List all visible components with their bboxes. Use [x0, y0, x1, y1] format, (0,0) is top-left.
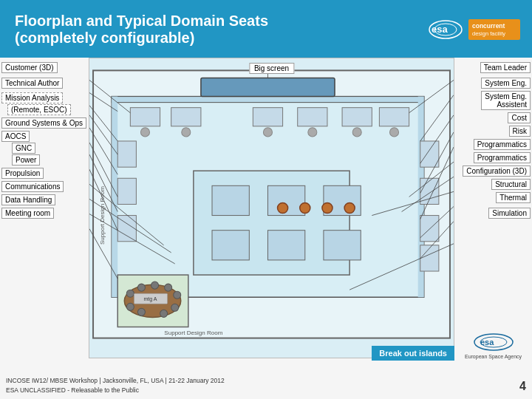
- header-logos: esa concurrent design facility: [427, 18, 520, 41]
- svg-point-43: [151, 282, 159, 289]
- svg-point-48: [137, 308, 145, 316]
- cdf-logo: concurrent design facility: [468, 19, 520, 41]
- svg-rect-26: [212, 231, 249, 260]
- svg-rect-16: [117, 178, 136, 204]
- label-system-eng: System Eng.: [481, 78, 531, 89]
- svg-point-30: [182, 128, 191, 137]
- footer-text: INCOSE IW12/ MBSE Workshop | Jacksonvill…: [6, 376, 225, 396]
- label-system-eng-assistant: System Eng. Assistent: [481, 91, 531, 110]
- svg-rect-5: [112, 97, 424, 103]
- svg-point-49: [126, 303, 134, 310]
- svg-rect-12: [298, 108, 327, 126]
- svg-point-35: [278, 202, 288, 213]
- svg-point-33: [352, 128, 361, 137]
- main-area: Customer (3D) Technical Author Mission A…: [0, 58, 532, 399]
- header: Floorplan and Typical Domain Seats (comp…: [0, 0, 532, 58]
- big-screen-label: Big screen: [249, 63, 294, 74]
- svg-rect-6: [112, 97, 117, 298]
- label-ground-systems: Ground Systems & Ops: [1, 117, 86, 129]
- label-data-handling: Data Handling: [1, 194, 55, 205]
- svg-rect-8: [201, 78, 335, 96]
- label-cost: Cost: [508, 112, 531, 123]
- svg-rect-13: [342, 108, 372, 126]
- svg-point-29: [140, 128, 149, 137]
- svg-rect-11: [253, 108, 282, 126]
- label-simulation: Simulation: [488, 208, 531, 219]
- svg-rect-23: [212, 185, 249, 215]
- label-communications: Communications: [1, 181, 64, 192]
- label-risk: Risk: [509, 126, 531, 137]
- svg-rect-9: [130, 108, 160, 126]
- svg-rect-10: [171, 108, 201, 126]
- label-meeting-room: Meeting room: [1, 208, 54, 219]
- label-thermal: Thermal: [496, 192, 531, 203]
- esa-logo: esa: [427, 18, 464, 41]
- svg-rect-21: [420, 245, 439, 271]
- svg-point-41: [126, 290, 134, 297]
- svg-rect-28: [324, 231, 361, 260]
- svg-rect-20: [420, 216, 439, 242]
- page-number: 4: [519, 380, 526, 393]
- svg-text:mtg A: mtg A: [144, 296, 157, 302]
- svg-point-46: [171, 304, 179, 311]
- svg-point-42: [137, 284, 145, 291]
- label-structural: Structural: [491, 179, 531, 190]
- label-power: Power: [12, 154, 40, 166]
- floorplan-area: Big screen: [89, 58, 454, 358]
- esa-small-logo: esa: [471, 332, 516, 351]
- header-title: Floorplan and Typical Domain Seats (comp…: [15, 13, 268, 47]
- svg-rect-27: [267, 231, 304, 260]
- label-mission-analysis: Mission Analysis: [1, 92, 63, 103]
- svg-rect-14: [379, 108, 409, 126]
- svg-text:esa: esa: [480, 338, 494, 347]
- label-configuration: Configuration (3D): [463, 166, 531, 177]
- svg-point-38: [344, 202, 355, 213]
- break-out-islands-label: Break out islands: [372, 346, 454, 361]
- label-programmatics1: Programmatics: [474, 139, 531, 150]
- svg-point-44: [165, 284, 172, 291]
- esa-agency-logo: esa European Space Agency: [454, 331, 532, 361]
- svg-rect-15: [117, 141, 136, 167]
- svg-rect-18: [420, 141, 439, 167]
- label-team-leader: Team Leader: [480, 62, 531, 73]
- label-gnc: GNC: [12, 143, 35, 154]
- svg-text:Support Design Room: Support Design Room: [164, 330, 222, 336]
- label-aocs: AOCS: [1, 131, 30, 142]
- svg-point-45: [174, 291, 181, 299]
- svg-point-37: [322, 202, 332, 213]
- label-remote-esoc: (Remote, ESOC): [7, 104, 71, 115]
- label-customer: Customer (3D): [1, 62, 58, 73]
- label-programmatics2: Programmatics: [474, 152, 531, 163]
- label-technical-author: Technical Author: [1, 78, 63, 89]
- esa-logo-svg: esa: [427, 18, 464, 41]
- svg-point-31: [263, 128, 272, 137]
- svg-point-34: [389, 128, 398, 137]
- right-labels-panel: Team Leader System Eng. System Eng. Assi…: [447, 61, 532, 220]
- left-labels-panel: Customer (3D) Technical Author Mission A…: [0, 61, 96, 220]
- floorplan-svg: mtg A Support Design Room Support Design…: [89, 58, 454, 358]
- label-propulsion: Propulsion: [1, 168, 44, 179]
- svg-point-32: [308, 128, 317, 137]
- svg-point-47: [160, 310, 168, 317]
- svg-text:esa: esa: [432, 24, 448, 35]
- svg-point-36: [300, 202, 310, 213]
